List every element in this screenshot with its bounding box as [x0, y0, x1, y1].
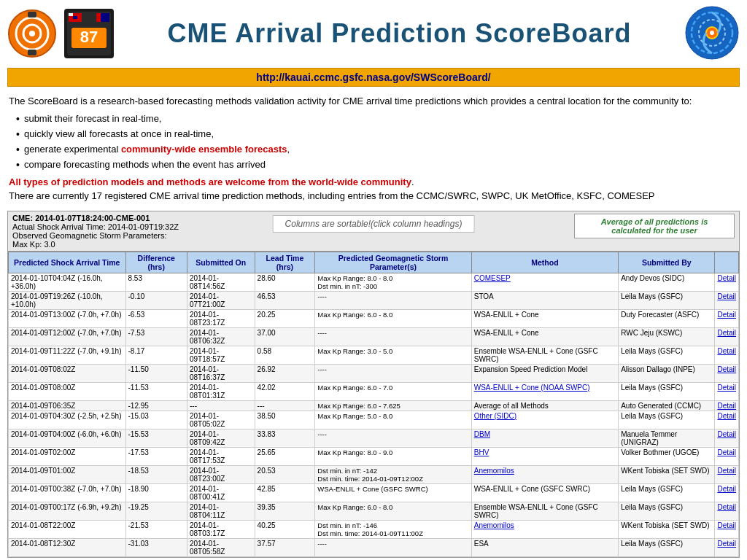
cell-method: Ensemble WSA-ENLIL + Cone (GSFC SWRC)	[471, 346, 618, 364]
bullet-3: generate experimental community-wide ens…	[16, 142, 738, 158]
table-row: 2014-01-09T01:00Z-18.532014-01-08T23:00Z…	[9, 465, 739, 483]
cell-params: Max Kp Range: 6.0 - 7.0	[315, 382, 471, 400]
cell-params: ----	[315, 538, 471, 556]
cell-method[interactable]: WSA-ENLIL + Cone (NOAA SWPC)	[471, 382, 618, 400]
col-diff[interactable]: Difference (hrs)	[125, 252, 187, 273]
cell-method: Average of all Methods	[471, 400, 618, 411]
header-title-area: CME Arrival Prediction ScoreBoard	[114, 18, 685, 49]
scoreboard-table-section: CME: 2014-01-07T18:24:00-CME-001 Actual …	[7, 211, 740, 558]
table-header-row: Predicted Shock Arrival Time Difference …	[9, 252, 739, 273]
logo-swirl-icon	[685, 6, 740, 61]
cell-submitted: 2014-01-08T05:58Z	[187, 538, 255, 556]
cell-detail[interactable]: Detail	[715, 520, 739, 538]
cell-arrival: 2014-01-08T22:00Z	[9, 520, 126, 538]
cell-detail[interactable]: Detail	[715, 273, 739, 291]
cell-method[interactable]: COMESEP	[471, 273, 618, 291]
svg-rect-9	[69, 13, 73, 16]
cell-params: Max Kp Range: 6.0 - 8.0	[315, 309, 471, 327]
cell-submitted: 2014-01-08T05:02Z	[187, 411, 255, 429]
cell-detail[interactable]: Detail	[715, 382, 739, 400]
cell-diff: -7.53	[125, 327, 187, 346]
sortable-note: Columns are sortable!(click column headi…	[273, 215, 475, 233]
cell-diff: -12.95	[125, 400, 187, 411]
count-text: There are currently 17 registered CME ar…	[9, 189, 738, 203]
cell-submitted: 2014-01-08T03:17Z	[187, 520, 255, 538]
url-bar[interactable]: http://kauai.ccmc.gsfc.nasa.gov/SWScoreB…	[7, 68, 740, 87]
cell-submitted: 2014-01-08T00:41Z	[187, 483, 255, 502]
cell-method: WSA-ENLIL + Cone (GSFC SWRC)	[471, 483, 618, 502]
cell-submitter: Duty Forecaster (ASFC)	[619, 309, 715, 327]
cell-detail[interactable]: Detail	[715, 309, 739, 327]
cell-detail[interactable]: Detail	[715, 327, 739, 346]
table-row: 2014-01-08T12:30Z-31.032014-01-08T05:58Z…	[9, 538, 739, 556]
cell-method[interactable]: Anemomilos	[471, 465, 618, 483]
cell-method[interactable]: Other (SIDC)	[471, 411, 618, 429]
cell-detail[interactable]: Detail	[715, 364, 739, 382]
cell-arrival: 2014-01-09T06:35Z	[9, 400, 126, 411]
cell-lead: 20.53	[255, 465, 315, 483]
cell-lead: 33.83	[255, 429, 315, 447]
cell-detail[interactable]: Detail	[715, 346, 739, 364]
bullet-2: quickly view all forecasts at once in re…	[16, 127, 738, 142]
cell-submitter: WKent Tobiska (SET SWD)	[619, 520, 715, 538]
description-section: The ScoreBoard is a research-based forec…	[0, 91, 747, 206]
col-lead[interactable]: Lead Time (hrs)	[255, 252, 315, 273]
cell-detail[interactable]: Detail	[715, 465, 739, 483]
cell-arrival: 2014-01-09T13:00Z (-7.0h, +7.0h)	[9, 309, 126, 327]
cell-submitter: Leila Mays (GSFC)	[619, 411, 715, 429]
left-logos: 87	[7, 9, 114, 58]
cell-lead: 0.58	[255, 346, 315, 364]
cell-detail[interactable]: Detail	[715, 483, 739, 502]
cell-detail[interactable]: Detail	[715, 411, 739, 429]
table-row: 2014-01-09T12:00Z (-7.0h, +7.0h)-7.53201…	[9, 327, 739, 346]
cell-submitter: RWC Jeju (KSWC)	[619, 327, 715, 346]
cell-detail[interactable]: Detail	[715, 502, 739, 520]
table-row: 2014-01-09T08:02Z-11.502014-01-08T16:37Z…	[9, 364, 739, 382]
cell-arrival: 2014-01-09T08:02Z	[9, 364, 126, 382]
cell-lead: 39.35	[255, 502, 315, 520]
table-row: 2014-01-09T11:22Z (-7.0h, +9.1h)-8.17201…	[9, 346, 739, 364]
cell-params: Max Kp Range: 6.0 - 8.0	[315, 502, 471, 520]
cell-params: ----	[315, 291, 471, 309]
cell-detail[interactable]: Detail	[715, 447, 739, 465]
cell-detail[interactable]: Detail	[715, 429, 739, 447]
cell-submitter: Leila Mays (GSFC)	[619, 382, 715, 400]
logo-target-icon	[7, 9, 57, 58]
cell-detail[interactable]: Detail	[715, 538, 739, 556]
table-row: 2014-01-09T00:17Z (-6.9h, +9.2h)-19.2520…	[9, 502, 739, 520]
cell-arrival: 2014-01-09T04:30Z (-2.5h, +2.5h)	[9, 411, 126, 429]
cell-method: WSA-ENLIL + Cone	[471, 309, 618, 327]
url-link[interactable]: http://kauai.ccmc.gsfc.nasa.gov/SWScoreB…	[256, 71, 490, 83]
cell-submitted: ---	[187, 400, 255, 411]
col-arrival[interactable]: Predicted Shock Arrival Time	[9, 252, 126, 273]
cell-arrival: 2014-01-09T04:00Z (-6.0h, +6.0h)	[9, 429, 126, 447]
col-submitted[interactable]: Submitted On	[187, 252, 255, 273]
cell-arrival: 2014-01-09T19:26Z (-10.0h, +10.0h)	[9, 291, 126, 309]
cell-submitted: 2014-01-08T14:56Z	[187, 273, 255, 291]
cell-diff: 8.53	[125, 273, 187, 291]
cell-params: Dst min. in nT: -146 Dst min. time: 2014…	[315, 520, 471, 538]
cell-submitter: Leila Mays (GSFC)	[619, 346, 715, 364]
cell-arrival: 2014-01-09T00:38Z (-7.0h, +7.0h)	[9, 483, 126, 502]
col-params[interactable]: Predicted Geomagnetic Storm Parameter(s)	[315, 252, 471, 273]
avg-note: Average of all predictions is calculated…	[574, 214, 735, 238]
table-meta: CME: 2014-01-07T18:24:00-CME-001 Actual …	[8, 211, 739, 252]
col-submitter[interactable]: Submitted By	[619, 252, 715, 273]
cell-submitter: Andy Devos (SIDC)	[619, 273, 715, 291]
cell-detail[interactable]: Detail	[715, 400, 739, 411]
cell-diff: -31.03	[125, 538, 187, 556]
cell-arrival: 2014-01-10T04:04Z (-16.0h, +36.0h)	[9, 273, 126, 291]
cell-method[interactable]: BHV	[471, 447, 618, 465]
max-kp: Max Kp: 3.0	[12, 240, 735, 249]
cell-detail[interactable]: Detail	[715, 291, 739, 309]
page-title: CME Arrival Prediction ScoreBoard	[114, 18, 685, 49]
cell-params: ----	[315, 429, 471, 447]
cell-method[interactable]: Anemomilos	[471, 520, 618, 538]
col-method[interactable]: Method	[471, 252, 618, 273]
cell-method: ESA	[471, 538, 618, 556]
cell-method[interactable]: DBM	[471, 429, 618, 447]
table-row: 2014-01-09T02:00Z-17.532014-01-08T17:53Z…	[9, 447, 739, 465]
cell-diff: -18.90	[125, 483, 187, 502]
cell-diff: -21.53	[125, 520, 187, 538]
cell-params: ----	[315, 327, 471, 346]
